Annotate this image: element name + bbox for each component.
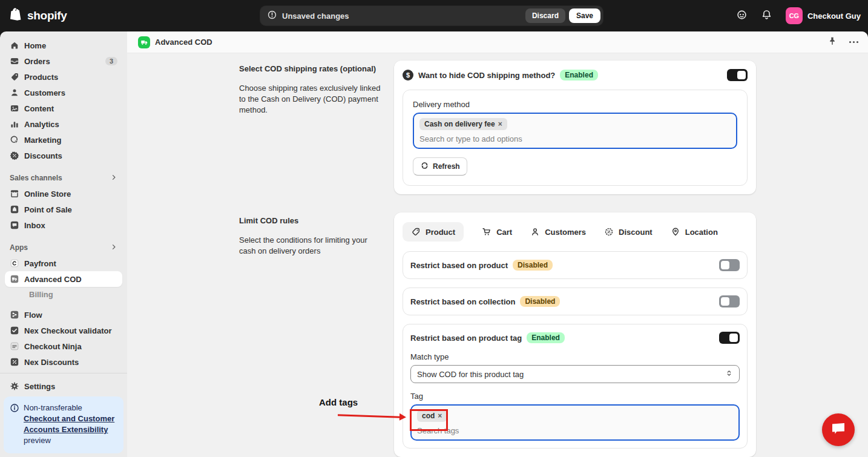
sidebar-item-label: Products	[24, 73, 58, 82]
sidebar-item-label: Online Store	[24, 189, 71, 199]
person-icon	[530, 227, 540, 237]
save-button[interactable]: Save	[569, 8, 600, 23]
sidebar-item-flow[interactable]: Flow	[5, 307, 122, 323]
advanced-cod-app-icon	[10, 274, 19, 284]
match-type-value: Show COD for this product tag	[417, 370, 524, 379]
sidebar-item-label: Nex Checkout validator	[24, 326, 112, 335]
notifications-bell-icon[interactable]	[761, 9, 772, 23]
tag-input[interactable]: cod × Search tags	[410, 404, 740, 441]
sidebar-item-content[interactable]: Content	[5, 100, 122, 116]
apps-header[interactable]: Apps	[5, 241, 122, 254]
sidekick-icon[interactable]	[736, 9, 748, 23]
sidebar-item-checkout-ninja[interactable]: Checkout Ninja	[5, 338, 122, 354]
chip-label: Cash on delivery fee	[424, 120, 495, 128]
rule-label: Restrict based on collection	[410, 297, 515, 306]
tab-location[interactable]: Location	[671, 227, 718, 237]
chat-bubble-icon	[830, 421, 847, 439]
sidebar-item-advanced-cod[interactable]: Advanced COD	[5, 271, 122, 287]
extensibility-preview-link[interactable]: Checkout and Customer Accounts Extensibi…	[24, 414, 114, 434]
apps-label: Apps	[10, 243, 28, 252]
restrict-collection-toggle[interactable]	[719, 295, 740, 307]
sidebar-bottom: Settings	[0, 373, 127, 394]
sidebar-item-label: Point of Sale	[24, 205, 72, 214]
tab-label: Customers	[545, 228, 586, 237]
payfront-app-icon	[10, 258, 19, 268]
sidebar-item-payfront[interactable]: Payfront	[5, 255, 122, 271]
sidebar-item-orders[interactable]: Orders 3	[5, 53, 122, 69]
sales-channels-header[interactable]: Sales channels	[5, 171, 122, 185]
sidebar-item-label: Nex Discounts	[24, 358, 79, 367]
discard-button[interactable]: Discard	[525, 8, 565, 23]
sidebar-item-billing[interactable]: Billing	[5, 287, 122, 302]
chat-widget-button[interactable]	[822, 413, 855, 446]
more-actions-button[interactable]	[849, 41, 858, 43]
tab-product[interactable]: Product	[403, 222, 464, 242]
chevron-right-icon	[110, 174, 117, 183]
tab-discount[interactable]: Discount	[604, 227, 653, 237]
delivery-method-input[interactable]: Cash on delivery fee × Search or type to…	[413, 113, 737, 149]
sidebar-item-label: Discounts	[24, 151, 62, 160]
pin-icon[interactable]	[827, 36, 837, 48]
sidebar-item-analytics[interactable]: Analytics	[5, 116, 122, 132]
sidebar-item-products[interactable]: Products	[5, 69, 122, 85]
restrict-product-toggle[interactable]	[719, 259, 740, 271]
gear-icon	[10, 381, 19, 391]
sidebar-item-marketing[interactable]: Marketing	[5, 132, 122, 148]
tag-label: Tag	[410, 392, 740, 401]
main-content: Advanced COD Select COD shipping rates (…	[127, 31, 868, 457]
sidebar-item-customers[interactable]: Customers	[5, 85, 122, 100]
sidebar-item-nex-discounts[interactable]: Nex Discounts	[5, 354, 122, 370]
sidebar-item-inbox[interactable]: Inbox	[5, 217, 122, 233]
remove-chip-icon[interactable]: ×	[498, 120, 502, 128]
cod-dollar-icon: $	[403, 70, 413, 81]
home-icon	[10, 41, 19, 50]
refresh-button[interactable]: Refresh	[413, 157, 467, 176]
tab-label: Product	[426, 228, 455, 237]
rule-label: Restrict based on product tag	[410, 334, 522, 343]
sidebar-item-label: Analytics	[24, 120, 59, 129]
tab-label: Discount	[619, 228, 653, 237]
updown-chevron-icon	[725, 369, 733, 379]
shopify-logo[interactable]: shopify	[10, 7, 67, 24]
sidebar-item-label: Checkout Ninja	[24, 342, 82, 351]
tag-icon	[411, 227, 421, 237]
sidebar-item-label: Inbox	[24, 221, 45, 230]
tab-customers[interactable]: Customers	[530, 227, 586, 237]
sidebar-item-label: Flow	[24, 311, 42, 320]
section-heading: Limit COD rules	[239, 216, 384, 225]
delivery-method-chip: Cash on delivery fee ×	[419, 118, 507, 130]
nex-discounts-app-icon	[10, 357, 19, 367]
sidebar-item-label: Settings	[24, 382, 55, 391]
alert-circle-icon	[267, 10, 277, 22]
unsaved-changes-text: Unsaved changes	[282, 12, 349, 21]
extensibility-preview-notice: Non-transferable Checkout and Customer A…	[4, 396, 123, 453]
page-title: Advanced COD	[155, 38, 212, 47]
delivery-method-label: Delivery method	[413, 100, 737, 109]
sidebar-item-online-store[interactable]: Online Store	[5, 186, 122, 202]
tag-icon	[10, 72, 19, 82]
app-header: Advanced COD	[127, 31, 868, 53]
tab-label: Location	[685, 228, 718, 237]
sidebar-item-label: Customers	[24, 88, 65, 97]
limit-rules-description-col: Limit COD rules Select the conditions fo…	[239, 212, 384, 457]
section-description: Select the conditions for limiting your …	[239, 235, 384, 257]
sidebar-item-label: Marketing	[24, 136, 61, 145]
shopify-bag-icon	[10, 7, 23, 24]
restrict-product-tag-toggle[interactable]	[719, 332, 740, 344]
hide-cod-toggle[interactable]	[727, 69, 748, 81]
sidebar-item-nex-checkout-validator[interactable]: Nex Checkout validator	[5, 323, 122, 338]
sidebar-item-settings[interactable]: Settings	[5, 378, 122, 394]
user-menu[interactable]: CG Checkout Guy	[786, 7, 861, 24]
sidebar-item-home[interactable]: Home	[5, 38, 122, 53]
tab-cart[interactable]: Cart	[482, 227, 512, 237]
match-type-select[interactable]: Show COD for this product tag	[410, 365, 740, 383]
sidebar-item-label: Advanced COD	[24, 275, 82, 284]
unsaved-changes-bar: Unsaved changes Discard Save	[260, 6, 603, 25]
info-icon	[10, 403, 19, 446]
hide-cod-question: Want to hide COD shipping method?	[418, 71, 555, 80]
nex-checkout-validator-app-icon	[10, 326, 19, 335]
sidebar-item-point-of-sale[interactable]: Point of Sale	[5, 202, 122, 217]
delivery-method-box: Delivery method Cash on delivery fee × S…	[403, 90, 748, 186]
sidebar-item-discounts[interactable]: Discounts	[5, 148, 122, 163]
pos-app-icon	[10, 205, 19, 214]
